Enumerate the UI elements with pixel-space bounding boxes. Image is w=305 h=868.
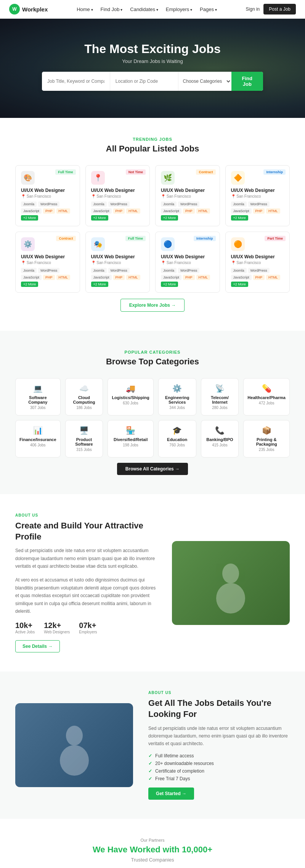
find-job-button[interactable]: Find Job [231, 72, 263, 91]
brand-icon: W [9, 4, 20, 14]
search-category-select[interactable]: Choose Categories [178, 72, 231, 91]
job-search-bar: Choose Categories Find Job [42, 72, 263, 91]
signin-button[interactable]: Sign in [246, 6, 260, 12]
categories-label: Popular Categories [15, 350, 290, 354]
categories-title: Browse Top Categories [15, 357, 290, 367]
brand-logo[interactable]: W Workplex [9, 4, 48, 14]
category-card[interactable]: 💻Software Company307 Jobs [15, 378, 61, 415]
job-card[interactable]: Internship 🔶 UI/UX Web Designer 📍 San Fr… [225, 165, 290, 226]
job-badge: Not Time [126, 169, 146, 175]
stat-web-designers: 12k+ Web Designers [44, 621, 70, 634]
post-job-button[interactable]: Post a Job [263, 4, 296, 14]
job-logo: 🔵 [161, 237, 175, 251]
category-card[interactable]: 📡Telecom/ Internet280 Jobs [201, 378, 239, 415]
job-logo: 🎭 [91, 237, 105, 251]
feature-item: 20+ downloadable resources [148, 761, 290, 766]
job-tags: Joomla WordPress JavaScript PHP HTML +2 … [21, 201, 74, 221]
job-card[interactable]: Full Time 🎨 UI/UX Web Designer 📍 San Fra… [15, 165, 80, 226]
job-title: UI/UX Web Designer [231, 188, 284, 193]
navbar: W Workplex Home Find Job Candidates Empl… [0, 0, 305, 19]
nav-home[interactable]: Home [77, 6, 93, 12]
profile-left: About Us Create and Build Your Attractiv… [15, 513, 157, 652]
job-company: 📍 San Francisco [231, 261, 284, 265]
svg-point-3 [60, 745, 89, 776]
job-title: UI/UX Web Designer [91, 188, 144, 193]
nav-candidates[interactable]: Candidates [130, 6, 158, 12]
category-card[interactable]: ☁️Cloud Computing186 Jobs [65, 378, 103, 415]
profile-desc2: At vero eos et accusamus et iusto odio d… [15, 576, 157, 615]
categories-grid: 💻Software Company307 Jobs ☁️Cloud Comput… [15, 378, 290, 457]
stat-employers: 07k+ Employers [79, 621, 97, 634]
job-company: 📍 San Francisco [91, 261, 144, 265]
svg-point-2 [66, 726, 83, 746]
profile-tag: About Us [15, 513, 157, 517]
categories-section: Popular Categories Browse Top Categories… [0, 331, 305, 494]
jd-desc: Sed ut perspiciatis unde iste natus erro… [148, 725, 290, 748]
profile-image [172, 541, 290, 625]
job-card[interactable]: Part Time 🟠 UI/UX Web Designer 📍 San Fra… [225, 232, 290, 293]
category-card[interactable]: 🏪Diversified/Retail198 Jobs [108, 420, 153, 457]
feature-item: Certificate of completion [148, 768, 290, 774]
hero-content: The Most Exciting Jobs Your Dream Jobs i… [42, 42, 263, 91]
job-tags: Joomla WordPress JavaScript PHP HTML +2 … [91, 268, 144, 287]
category-card[interactable]: 🚚Logistics/Shipping630 Jobs [108, 378, 153, 415]
profile-title: Create and Build Your Attractive Profile [15, 520, 157, 542]
job-tags: Joomla WordPress JavaScript PHP HTML +2 … [91, 201, 144, 221]
job-card[interactable]: Internship 🔵 UI/UX Web Designer 📍 San Fr… [155, 232, 220, 293]
partners-label: Our Partners [15, 838, 290, 842]
feature-item: Free Trial 7 Days [148, 776, 290, 781]
job-tags: Joomla WordPress JavaScript PHP HTML +2 … [161, 268, 214, 287]
jd-image [15, 703, 133, 787]
profile-stats: 10k+ Active Jobs 12k+ Web Designers 07k+… [15, 621, 157, 634]
job-title: UI/UX Web Designer [91, 254, 144, 259]
category-card[interactable]: 📦Printing & Packaging235 Jobs [243, 420, 290, 457]
category-card[interactable]: 📊Finance/Insurance406 Jobs [15, 420, 61, 457]
job-company: 📍 San Francisco [21, 261, 74, 265]
category-card[interactable]: 🖥️Product Software315 Jobs [65, 420, 103, 457]
stat-active-jobs: 10k+ Active Jobs [15, 621, 35, 634]
feature-item: Full lifetime access [148, 753, 290, 758]
job-tags: Joomla WordPress JavaScript PHP HTML +2 … [161, 201, 214, 221]
job-title: UI/UX Web Designer [231, 254, 284, 259]
job-logo: 🟠 [231, 237, 245, 251]
browse-all-categories-button[interactable]: Browse All Categories → [117, 463, 188, 475]
get-started-button[interactable]: Get Started → [148, 787, 194, 800]
search-location-input[interactable] [110, 72, 178, 91]
nav-employers[interactable]: Employers [166, 6, 192, 12]
job-company: 📍 San Francisco [91, 194, 144, 198]
category-card[interactable]: 💊Healthcare/Pharma472 Jobs [243, 378, 290, 415]
category-card[interactable]: 🎓Education760 Jobs [158, 420, 196, 457]
job-badge: Full Time [125, 236, 146, 241]
hero-section: The Most Exciting Jobs Your Dream Jobs i… [0, 19, 305, 118]
jobs-section: Trending Jobs All Popular Listed Jobs Fu… [0, 118, 305, 331]
category-card[interactable]: ⚙️Engineering Services344 Jobs [158, 378, 196, 415]
jd-tag: About Us [148, 691, 290, 695]
job-logo: 📍 [91, 171, 105, 185]
partners-subtitle: Trusted Companies [15, 857, 290, 863]
jobs-section-title: All Popular Listed Jobs [15, 144, 290, 154]
job-title: UI/UX Web Designer [161, 188, 214, 193]
partners-section: Our Partners We Have Worked with 10,000+… [0, 819, 305, 868]
job-card[interactable]: Not Time 📍 UI/UX Web Designer 📍 San Fran… [85, 165, 150, 226]
browse-btn-wrap: Browse All Categories → [15, 463, 290, 475]
search-job-input[interactable] [42, 72, 110, 91]
job-company: 📍 San Francisco [161, 194, 214, 198]
job-company: 📍 San Francisco [161, 261, 214, 265]
job-logo: 🎨 [21, 171, 35, 185]
job-card[interactable]: Contract 🌿 UI/UX Web Designer 📍 San Fran… [155, 165, 220, 226]
job-title: UI/UX Web Designer [161, 254, 214, 259]
jd-left [15, 703, 133, 787]
explore-more-button[interactable]: Explore More Jobs → [120, 299, 185, 312]
job-title: UI/UX Web Designer [21, 254, 74, 259]
job-logo: 🔶 [231, 171, 245, 185]
nav-find-job[interactable]: Find Job [101, 6, 123, 12]
nav-pages[interactable]: Pages [200, 6, 217, 12]
job-card[interactable]: Contract ⚙️ UI/UX Web Designer 📍 San Fra… [15, 232, 80, 293]
partners-title: We Have Worked with 10,000+ [15, 845, 290, 855]
job-badge: Contract [56, 236, 75, 241]
see-details-button[interactable]: See Details → [15, 640, 60, 652]
job-card[interactable]: Full Time 🎭 UI/UX Web Designer 📍 San Fra… [85, 232, 150, 293]
category-card[interactable]: 📞Banking/BPO415 Jobs [201, 420, 239, 457]
brand-name: Workplex [22, 6, 48, 13]
job-tags: Joomla WordPress JavaScript PHP HTML +2 … [231, 201, 284, 221]
